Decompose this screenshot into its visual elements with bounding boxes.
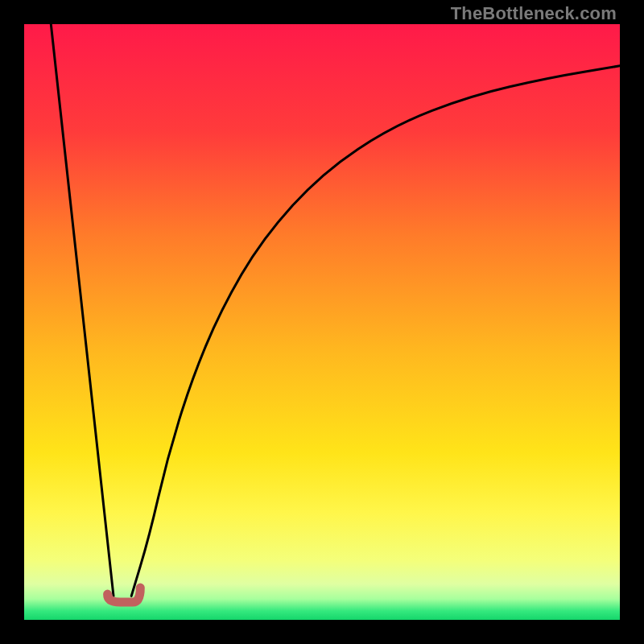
plot-area [24,24,620,620]
watermark-text: TheBottleneck.com [451,3,617,24]
bottleneck-curve [24,24,620,620]
chart-frame: TheBottleneck.com [0,0,644,644]
